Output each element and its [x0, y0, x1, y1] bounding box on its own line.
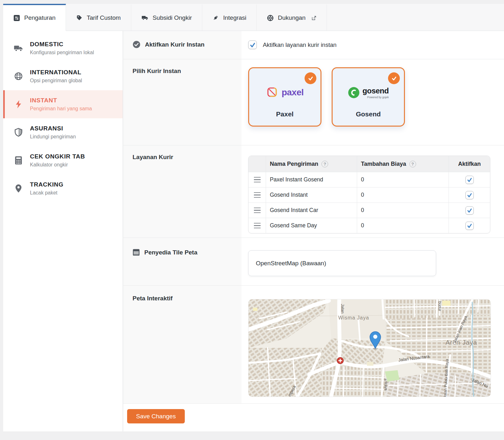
tag-icon — [76, 15, 83, 21]
tab-bar: Pengaturan Tarif Custom Subsidi Ongkir I… — [3, 4, 504, 31]
tab-dukungan[interactable]: Dukungan — [257, 4, 327, 31]
service-cost[interactable]: 0 — [357, 218, 449, 233]
bolt-icon — [13, 100, 24, 109]
service-cost[interactable]: 0 — [357, 203, 449, 218]
column-header-cost: Tambahan Biaya — [361, 161, 406, 167]
courier-services-label: Layanan Kurir — [133, 154, 173, 161]
table-row: Gosend Instant 0 — [248, 187, 490, 202]
choose-courier-label: Pilih Kurir Instan — [133, 68, 181, 75]
service-cost[interactable]: 0 — [357, 187, 449, 202]
check-icon — [249, 42, 256, 48]
service-cost[interactable]: 0 — [357, 172, 449, 187]
courier-card-name: Gosend — [333, 110, 404, 118]
sidebar-item-title: CEK ONGKIR TAB — [30, 153, 85, 160]
drag-handle-icon[interactable] — [254, 208, 261, 213]
sidebar-item-international[interactable]: INTERNATIONAL Opsi pengiriman global — [3, 62, 123, 90]
label-column-background — [123, 31, 241, 403]
external-link-icon — [312, 16, 316, 20]
tile-provider-select[interactable]: OpenStreetMap (Bawaan) — [248, 250, 436, 276]
drag-column-header — [248, 156, 266, 172]
table-row: Gosend Same Day 0 — [248, 218, 490, 233]
map-label-a-raya: a Raya — [383, 378, 388, 391]
tab-tarif-custom[interactable]: Tarif Custom — [66, 4, 131, 31]
service-name: Paxel Instant Gosend — [266, 172, 357, 187]
instant-courier-checkbox-label: Aktifkan layanan kurir instan — [263, 41, 336, 48]
courier-card-gosend[interactable]: gosend Powered by gojek Gosend — [332, 67, 405, 127]
sidebar-item-tracking[interactable]: TRACKING Lacak paket — [3, 174, 123, 202]
table-row: Paxel Instant Gosend 0 — [248, 172, 490, 187]
settings-content: Aktifkan Kurir Instan Aktifkan layanan k… — [123, 31, 504, 431]
sidebar-item-subtitle: Lindungi pengiriman — [30, 134, 76, 140]
service-active-checkbox[interactable] — [465, 222, 474, 230]
service-name: Gosend Instant Car — [266, 203, 357, 218]
sidebar-item-subtitle: Konfigurasi pengiriman lokal — [30, 50, 94, 55]
drag-handle-icon[interactable] — [254, 192, 261, 198]
paxel-logo: paxel — [249, 82, 320, 103]
map-label-budur: budur — [437, 301, 442, 311]
courier-card-name: Paxel — [249, 110, 320, 118]
map-label-wisma-jaya: Wisma Jaya — [338, 315, 369, 320]
tab-label: Subsidi Ongkir — [153, 14, 192, 21]
sidebar-item-subtitle: Kalkulator ongkir — [30, 162, 85, 168]
shield-icon — [13, 128, 24, 137]
service-active-checkbox[interactable] — [465, 176, 474, 184]
globe-icon — [13, 72, 24, 80]
column-header-active: Aktifkan — [458, 161, 481, 167]
courier-card-paxel[interactable]: paxel Paxel — [248, 67, 321, 127]
row-divider — [123, 403, 504, 404]
sidebar-item-subtitle: Pengiriman hari yang sama — [30, 106, 92, 112]
sidebar-item-title: TRACKING — [30, 181, 63, 188]
rows-icon — [133, 249, 140, 256]
drag-handle-icon[interactable] — [254, 177, 261, 182]
tab-label: Pengaturan — [24, 14, 55, 21]
gosend-logo: gosend Powered by gojek — [333, 82, 404, 103]
map-label-jalan: Jalan — [340, 304, 345, 313]
calculator-icon — [13, 156, 24, 165]
row-divider — [123, 145, 504, 145]
sidebar-item-title: INTERNATIONAL — [30, 69, 82, 76]
check-circle-icon — [133, 40, 140, 48]
sidebar-item-subtitle: Lacak paket — [30, 190, 63, 196]
sidebar-item-domestic[interactable]: DOMESTIC Konfigurasi pengiriman lokal — [3, 34, 123, 62]
row-divider — [123, 59, 504, 59]
row-divider — [123, 285, 504, 286]
tab-label: Tarif Custom — [87, 14, 121, 21]
sidebar-item-instant[interactable]: INSTANT Pengiriman hari yang sama — [3, 90, 123, 118]
hospital-marker-icon — [337, 357, 343, 364]
truck-icon — [13, 44, 24, 52]
sidebar-item-asuransi[interactable]: ASURANSI Lindungi pengiriman — [3, 118, 123, 146]
tile-provider-value: OpenStreetMap (Bawaan) — [256, 260, 326, 267]
pin-icon — [13, 184, 24, 193]
drag-handle-icon[interactable] — [254, 223, 261, 228]
tab-subsidi-ongkir[interactable]: Subsidi Ongkir — [131, 4, 203, 31]
truck-icon — [141, 15, 148, 21]
sidebar-item-subtitle: Opsi pengiriman global — [30, 78, 82, 84]
row-divider — [123, 238, 504, 238]
service-active-checkbox[interactable] — [465, 206, 474, 215]
tab-label: Integrasi — [223, 14, 246, 21]
save-changes-button[interactable]: Save Changes — [127, 409, 185, 423]
tile-provider-label: Penyedia Tile Peta — [133, 249, 198, 256]
sliders-icon — [13, 15, 20, 21]
tab-integrasi[interactable]: Integrasi — [202, 4, 257, 31]
sidebar-item-title: ASURANSI — [30, 125, 76, 132]
courier-services-table: Nama Pengiriman? Tambahan Biaya? Aktifka… — [248, 156, 490, 233]
service-name: Gosend Same Day — [266, 218, 357, 233]
settings-sidebar: DOMESTIC Konfigurasi pengiriman lokal IN… — [3, 31, 123, 431]
sidebar-item-title: DOMESTIC — [30, 41, 94, 48]
interactive-map-label: Peta Interaktif — [133, 295, 173, 302]
enable-courier-label: Aktifkan Kurir Instan — [133, 40, 205, 48]
interactive-map[interactable]: Wisma Jaya Aren Jaya Jalan Nusantara Jal… — [248, 299, 491, 397]
map-label-aren-jaya: Aren Jaya — [445, 339, 477, 346]
sidebar-item-cek-ongkir[interactable]: CEK ONGKIR TAB Kalkulator ongkir — [3, 146, 123, 174]
service-name: Gosend Instant — [266, 187, 357, 202]
table-row: Gosend Instant Car 0 — [248, 202, 490, 218]
help-icon[interactable]: ? — [321, 161, 328, 167]
service-active-checkbox[interactable] — [465, 191, 474, 199]
plug-icon — [212, 15, 219, 21]
tab-label: Dukungan — [278, 14, 306, 21]
gosend-powered-by: Powered by gojek — [367, 96, 389, 99]
instant-courier-checkbox[interactable] — [248, 40, 257, 49]
tab-pengaturan[interactable]: Pengaturan — [3, 4, 66, 31]
help-icon[interactable]: ? — [409, 161, 416, 167]
